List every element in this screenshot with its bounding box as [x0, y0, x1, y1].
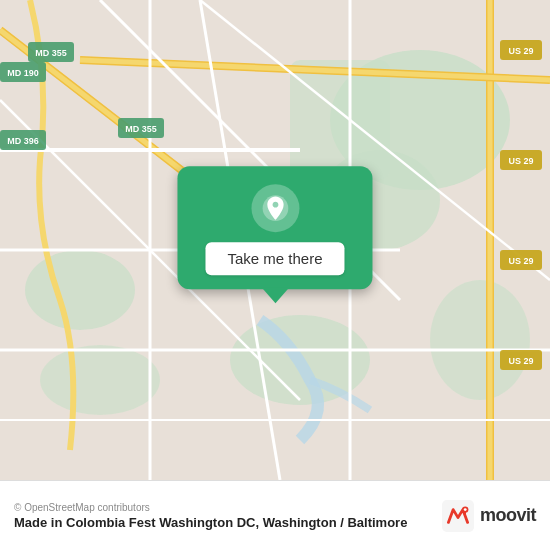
bottom-info: © OpenStreetMap contributors Made in Col…: [14, 502, 407, 530]
svg-text:MD 396: MD 396: [7, 136, 39, 146]
svg-text:MD 190: MD 190: [7, 68, 39, 78]
svg-text:US 29: US 29: [508, 46, 533, 56]
svg-text:MD 355: MD 355: [125, 124, 157, 134]
svg-text:US 29: US 29: [508, 256, 533, 266]
moovit-icon: [442, 500, 474, 532]
attribution-text: © OpenStreetMap contributors: [14, 502, 407, 513]
svg-text:US 29: US 29: [508, 156, 533, 166]
location-pin-icon: [261, 194, 289, 222]
svg-point-5: [40, 345, 160, 415]
moovit-logo: moovit: [442, 500, 536, 532]
map-area: MD 355 MD 355 MD 190 MD 396 US 29 US 29 …: [0, 0, 550, 480]
svg-rect-3: [290, 60, 390, 180]
location-name: Made in Colombia Fest Washington DC, Was…: [14, 515, 407, 530]
svg-text:MD 355: MD 355: [35, 48, 67, 58]
svg-point-4: [25, 250, 135, 330]
take-me-there-button[interactable]: Take me there: [205, 242, 344, 275]
svg-point-7: [430, 280, 530, 400]
location-icon-wrapper: [251, 184, 299, 232]
svg-text:US 29: US 29: [508, 356, 533, 366]
bottom-bar: © OpenStreetMap contributors Made in Col…: [0, 480, 550, 550]
popup-bubble: Take me there: [177, 166, 372, 289]
location-popup: Take me there: [177, 166, 372, 289]
svg-point-43: [464, 508, 467, 511]
moovit-brand-text: moovit: [480, 505, 536, 526]
